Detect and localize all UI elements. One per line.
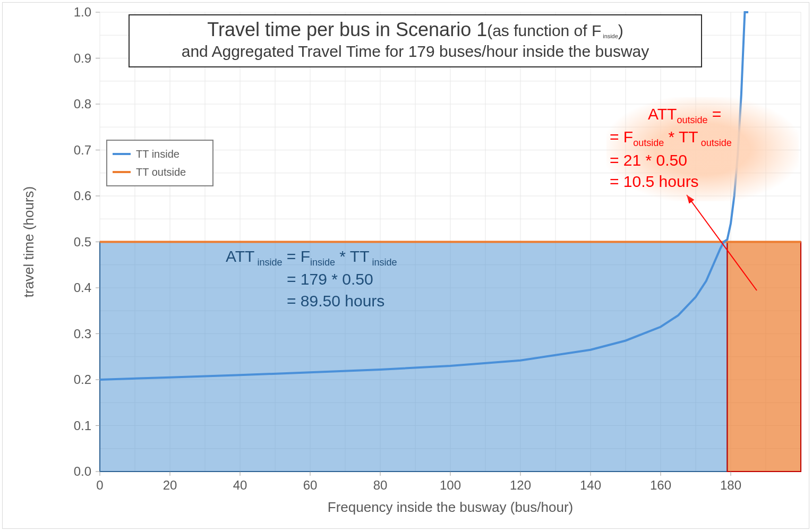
chart-svg: 020406080100120140160180 0.00.10.20.30.4… bbox=[3, 3, 810, 529]
svg-text:1.0: 1.0 bbox=[74, 5, 91, 19]
svg-rect-43 bbox=[727, 242, 801, 472]
svg-text:40: 40 bbox=[233, 478, 247, 492]
annot-out-sub3: outside bbox=[698, 138, 732, 148]
annot-out-l2b: * TT bbox=[664, 128, 698, 145]
chart-legend: TT inside TT outside bbox=[106, 140, 213, 186]
legend-swatch-tt-outside bbox=[113, 171, 131, 173]
svg-text:0.4: 0.4 bbox=[74, 280, 91, 295]
svg-text:80: 80 bbox=[373, 478, 388, 492]
chart-title-paren-sub: inside bbox=[601, 33, 618, 39]
annot-in-l1a: ATT bbox=[226, 247, 254, 265]
legend-label-tt-inside: TT inside bbox=[136, 148, 180, 160]
svg-text:120: 120 bbox=[510, 478, 531, 492]
annot-in-l1c: * TT bbox=[335, 247, 369, 265]
annot-in-sub1: inside bbox=[254, 257, 282, 268]
chart-subtitle: and Aggregated Travel Time for 179 buses… bbox=[137, 42, 694, 61]
annot-in-sub3: inside bbox=[369, 257, 397, 268]
annot-out-l3: = 21 * 0.50 bbox=[610, 150, 796, 172]
legend-swatch-tt-inside bbox=[113, 153, 131, 155]
annot-out-l1b: = bbox=[707, 105, 721, 123]
svg-text:180: 180 bbox=[720, 478, 741, 492]
svg-text:0.8: 0.8 bbox=[74, 97, 91, 111]
svg-text:100: 100 bbox=[440, 478, 461, 492]
svg-text:0.2: 0.2 bbox=[74, 372, 91, 387]
svg-text:20: 20 bbox=[163, 478, 177, 492]
annot-out-l4: = 10.5 hours bbox=[610, 171, 796, 193]
annot-out-sub2: outside bbox=[633, 138, 664, 148]
annot-out-l2a: = F bbox=[610, 128, 633, 145]
legend-item-tt-outside: TT outside bbox=[113, 163, 207, 181]
y-axis: 0.00.10.20.30.40.50.60.70.80.91.0 bbox=[74, 5, 100, 478]
chart-frame: 020406080100120140160180 0.00.10.20.30.4… bbox=[2, 2, 809, 529]
x-axis-label: Frequency inside the busway (bus/hour) bbox=[328, 499, 573, 515]
chart-shaded-areas bbox=[100, 242, 801, 472]
svg-text:60: 60 bbox=[303, 478, 318, 492]
annot-in-l2: = 179 * 0.50 bbox=[226, 269, 397, 290]
svg-text:160: 160 bbox=[650, 478, 671, 492]
svg-text:0.7: 0.7 bbox=[74, 143, 91, 157]
chart-title-paren-close: ) bbox=[618, 22, 623, 39]
chart-title-box: Travel time per bus in Scenario 1(as fun… bbox=[129, 14, 702, 67]
annotation-att-inside: ATT inside = Finside * TT inside = 179 *… bbox=[226, 246, 397, 312]
svg-text:0: 0 bbox=[96, 478, 103, 492]
annot-out-sub1: outside bbox=[677, 115, 707, 125]
svg-text:0.3: 0.3 bbox=[74, 327, 91, 341]
svg-text:0.1: 0.1 bbox=[74, 418, 91, 433]
annot-in-l1b: = F bbox=[282, 247, 310, 265]
annot-in-l3: = 89.50 hours bbox=[226, 290, 397, 312]
legend-item-tt-inside: TT inside bbox=[113, 145, 207, 163]
y-axis-label: travel time (hours) bbox=[21, 186, 37, 298]
svg-text:0.9: 0.9 bbox=[74, 51, 91, 65]
chart-title-paren: (as function of F bbox=[487, 22, 601, 39]
svg-text:0.5: 0.5 bbox=[74, 235, 91, 249]
legend-label-tt-outside: TT outside bbox=[136, 166, 186, 178]
svg-text:140: 140 bbox=[580, 478, 601, 492]
svg-text:0.6: 0.6 bbox=[74, 189, 91, 203]
chart-title-main: Travel time per bus in Scenario 1 bbox=[207, 19, 487, 40]
annot-in-sub2: inside bbox=[310, 257, 335, 268]
annot-out-l1a: ATT bbox=[648, 105, 677, 123]
svg-text:0.0: 0.0 bbox=[74, 464, 91, 478]
x-axis: 020406080100120140160180 bbox=[96, 472, 741, 492]
svg-rect-42 bbox=[100, 242, 727, 472]
annotation-att-outside: ATToutside = = Foutside * TT outside = 2… bbox=[606, 97, 799, 201]
